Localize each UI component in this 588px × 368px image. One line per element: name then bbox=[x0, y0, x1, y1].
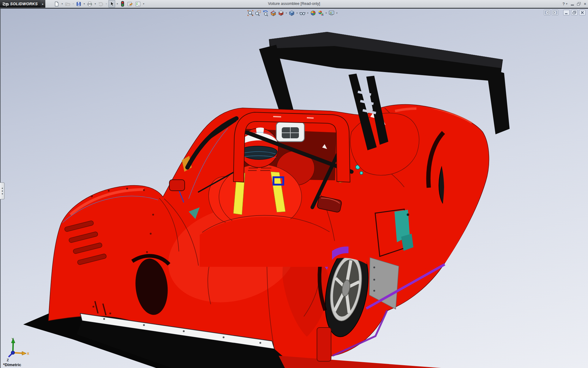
checklist-icon bbox=[135, 1, 141, 7]
select-cursor-icon bbox=[109, 1, 115, 7]
panel-expand-arrow: ◂ bbox=[2, 190, 3, 192]
zoom-to-area-icon bbox=[255, 10, 261, 16]
open-button[interactable] bbox=[64, 0, 71, 8]
open-icon bbox=[65, 1, 70, 7]
zoom-to-fit-button[interactable] bbox=[247, 10, 254, 17]
display-style-icon bbox=[288, 10, 295, 16]
edit-appearance-button[interactable] bbox=[317, 10, 324, 17]
view-settings-dropdown[interactable]: ▾ bbox=[336, 10, 338, 17]
zoom-to-fit-icon bbox=[247, 10, 254, 16]
minimize-button[interactable] bbox=[571, 2, 574, 6]
undo-dropdown: ▾ bbox=[105, 0, 107, 7]
hide-show-items-button[interactable] bbox=[299, 10, 306, 17]
doc-restore-icon bbox=[572, 11, 576, 14]
restore-button[interactable] bbox=[577, 2, 581, 6]
feature-pane-right-icon bbox=[553, 11, 557, 14]
apply-scene-button[interactable] bbox=[310, 10, 317, 17]
previous-view-icon bbox=[262, 10, 269, 16]
print-icon bbox=[87, 1, 92, 7]
select-button[interactable] bbox=[108, 0, 115, 8]
view-orientation-icon bbox=[278, 10, 284, 16]
zoom-to-area-button[interactable] bbox=[254, 10, 262, 17]
title-bar: ƣS SOLIDWORKS ▸ ▾ ▾ ▾ bbox=[0, 0, 588, 8]
save-icon bbox=[76, 1, 81, 7]
window-controls: ? ▾ × bbox=[562, 0, 586, 8]
car-3d-model[interactable] bbox=[0, 0, 588, 368]
edit-appearance-dropdown[interactable]: ▾ bbox=[325, 10, 327, 17]
close-button[interactable]: × bbox=[584, 2, 586, 6]
display-style-dropdown[interactable]: ▾ bbox=[296, 10, 298, 17]
doc-close-button[interactable] bbox=[579, 10, 586, 15]
view-settings-icon bbox=[328, 10, 335, 16]
new-dropdown[interactable]: ▾ bbox=[61, 0, 63, 7]
triad-z-label: Z bbox=[7, 358, 9, 362]
heads-up-view-toolbar: ▾ ▾ ▾ ▾ bbox=[247, 10, 338, 17]
section-view-button[interactable] bbox=[270, 10, 277, 17]
stoplight-button[interactable] bbox=[119, 0, 126, 8]
undo-icon bbox=[98, 1, 104, 7]
comment-icon bbox=[127, 1, 133, 7]
view-orientation-label: *Dimetric bbox=[3, 362, 21, 367]
solidworks-logo-text: SOLIDWORKS bbox=[10, 2, 38, 6]
close-icon: × bbox=[584, 2, 586, 6]
menu-flyout-arrow[interactable]: ▸ bbox=[40, 0, 45, 8]
view-orientation-dropdown[interactable]: ▾ bbox=[285, 10, 288, 17]
restore-icon bbox=[577, 2, 581, 6]
doc-close-icon bbox=[580, 11, 584, 14]
reference-triad[interactable]: Y X Z bbox=[6, 337, 31, 362]
titlebar-separator bbox=[0, 8, 588, 9]
stoplight-icon bbox=[120, 1, 125, 7]
checklist-dropdown[interactable]: ▾ bbox=[142, 0, 145, 7]
feature-pane-right-button[interactable] bbox=[552, 10, 558, 15]
save-button[interactable] bbox=[75, 0, 82, 8]
previous-view-button[interactable] bbox=[262, 10, 269, 17]
print-dropdown[interactable]: ▾ bbox=[94, 0, 96, 7]
view-orientation-button[interactable] bbox=[277, 10, 285, 17]
solidworks-logo-mark: ƣS bbox=[2, 1, 9, 6]
hide-show-items-dropdown[interactable]: ▾ bbox=[307, 10, 309, 17]
undo-button[interactable] bbox=[97, 0, 104, 8]
new-document-button[interactable] bbox=[53, 0, 60, 8]
help-dropdown[interactable]: ▾ bbox=[565, 0, 568, 7]
section-view-icon bbox=[270, 10, 277, 16]
apply-scene-icon bbox=[310, 10, 316, 16]
doc-minimize-button[interactable] bbox=[563, 10, 570, 15]
feature-pane-left-icon bbox=[545, 11, 549, 14]
feature-panel-collapsed-tab[interactable]: ◂ ◂ ◂ bbox=[0, 182, 5, 199]
comment-button[interactable] bbox=[126, 0, 134, 8]
new-document-icon bbox=[54, 1, 59, 7]
edit-appearance-icon bbox=[318, 10, 324, 16]
save-dropdown[interactable]: ▾ bbox=[83, 0, 85, 7]
help-button[interactable]: ? ▾ bbox=[562, 0, 568, 7]
display-style-button[interactable] bbox=[288, 10, 295, 17]
open-dropdown: ▾ bbox=[72, 0, 74, 7]
panel-expand-arrow: ◂ bbox=[2, 187, 3, 189]
air-intake bbox=[276, 122, 304, 142]
panel-expand-arrow: ◂ bbox=[2, 193, 3, 195]
print-button[interactable] bbox=[86, 0, 93, 8]
minimize-icon bbox=[571, 5, 574, 6]
main-toolbar: ▾ ▾ ▾ ▾ bbox=[53, 0, 145, 8]
help-icon: ? bbox=[562, 2, 565, 6]
triad-y-label: Y bbox=[12, 337, 14, 341]
hide-show-items-icon bbox=[299, 10, 306, 16]
view-settings-button[interactable] bbox=[328, 10, 335, 17]
feature-pane-left-button[interactable] bbox=[544, 10, 550, 15]
select-dropdown[interactable]: ▾ bbox=[116, 0, 119, 7]
solidworks-logo: ƣS SOLIDWORKS bbox=[0, 0, 40, 8]
checklist-button[interactable] bbox=[134, 0, 141, 8]
doc-restore-button[interactable] bbox=[571, 10, 578, 15]
doc-minimize-icon bbox=[564, 11, 568, 14]
triad-x-label: X bbox=[27, 352, 29, 355]
document-window-controls bbox=[544, 10, 586, 15]
